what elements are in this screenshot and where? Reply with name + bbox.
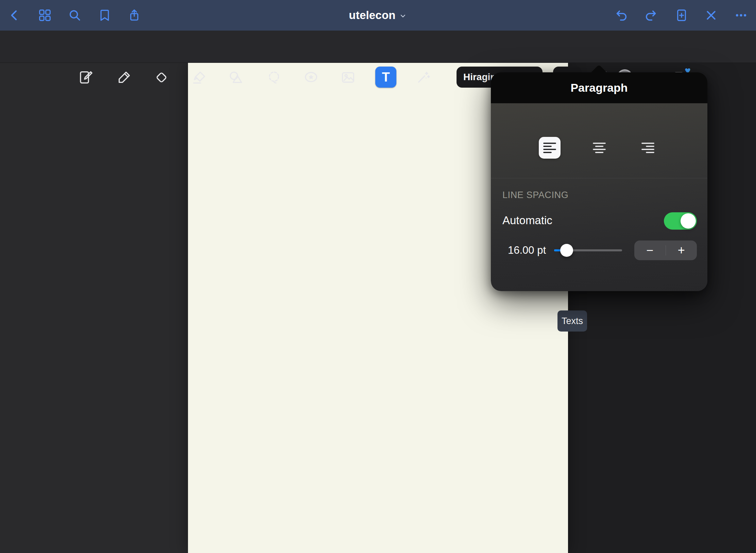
add-page-button[interactable] xyxy=(674,8,689,23)
decrease-spacing-button[interactable]: − xyxy=(634,240,666,260)
laser-tool-button[interactable] xyxy=(414,68,433,87)
document-title-button[interactable]: utelecon xyxy=(349,0,407,31)
image-icon xyxy=(340,70,356,85)
document-pencil-icon xyxy=(78,70,94,85)
highlighter-icon xyxy=(191,70,207,85)
tool-bar: T HiraginoSans-... 16 ♥ xyxy=(0,31,756,63)
automatic-label: Automatic xyxy=(502,214,552,227)
grid-icon xyxy=(38,8,52,22)
undo-icon xyxy=(615,8,628,22)
pages-overview-button[interactable] xyxy=(37,8,52,23)
chevron-left-icon xyxy=(8,8,21,22)
line-spacing-slider[interactable] xyxy=(554,244,622,257)
app-window: Texts utelecon xyxy=(0,0,756,553)
share-button[interactable] xyxy=(127,8,142,23)
paragraph-popover: Paragraph LINE SPACING Automatic 16.00 p… xyxy=(491,72,707,291)
redo-icon xyxy=(644,8,658,22)
back-button[interactable] xyxy=(7,8,22,23)
align-center-icon xyxy=(593,142,606,153)
popover-body: LINE SPACING Automatic 16.00 pt − + xyxy=(491,103,707,291)
line-spacing-section-label: LINE SPACING xyxy=(502,190,568,200)
selected-text-object[interactable]: Texts xyxy=(557,310,587,332)
spacing-stepper: − + xyxy=(634,240,697,260)
close-icon xyxy=(704,8,718,22)
lasso-icon xyxy=(266,70,282,85)
pen-icon xyxy=(116,70,132,85)
document-title: utelecon xyxy=(349,9,395,22)
align-center-option[interactable] xyxy=(588,137,610,159)
eraser-icon xyxy=(154,70,169,85)
increase-spacing-button[interactable]: + xyxy=(666,240,697,260)
slider-knob[interactable] xyxy=(560,244,573,257)
share-icon xyxy=(127,8,141,22)
close-button[interactable] xyxy=(704,8,719,23)
chevron-down-icon xyxy=(399,12,407,20)
align-left-icon xyxy=(543,142,556,153)
text-tool-glyph: T xyxy=(382,70,390,85)
ellipsis-icon xyxy=(734,8,748,22)
bookmark-icon xyxy=(98,8,111,22)
navigation-bar: utelecon xyxy=(0,0,756,31)
undo-button[interactable] xyxy=(614,8,629,23)
popover-header: Paragraph xyxy=(491,72,707,103)
align-right-icon xyxy=(641,142,654,153)
read-mode-button[interactable] xyxy=(76,68,96,87)
bookmark-button[interactable] xyxy=(97,8,112,23)
sticker-star-icon xyxy=(303,70,319,85)
align-right-option[interactable] xyxy=(637,137,659,159)
lasso-tool-button[interactable] xyxy=(264,68,284,87)
laser-pointer-icon xyxy=(415,70,431,85)
popover-title: Paragraph xyxy=(570,81,628,94)
spacing-value-label: 16.00 pt xyxy=(508,244,546,256)
add-page-icon xyxy=(675,8,688,22)
toggle-knob xyxy=(681,213,696,229)
align-left-option[interactable] xyxy=(539,137,561,159)
pen-tool-button[interactable] xyxy=(115,68,134,87)
automatic-toggle[interactable] xyxy=(664,212,697,230)
text-tool-button[interactable]: T xyxy=(375,67,396,88)
more-button[interactable] xyxy=(734,8,749,23)
redo-button[interactable] xyxy=(643,8,658,23)
elements-tool-button[interactable] xyxy=(302,68,321,87)
search-button[interactable] xyxy=(67,8,82,23)
section-divider xyxy=(491,178,707,178)
shapes-icon xyxy=(228,70,244,85)
highlighter-tool-button[interactable] xyxy=(190,68,209,87)
shapes-tool-button[interactable] xyxy=(226,68,245,87)
eraser-tool-button[interactable] xyxy=(152,68,171,87)
image-tool-button[interactable] xyxy=(339,68,358,87)
search-icon xyxy=(68,8,82,22)
